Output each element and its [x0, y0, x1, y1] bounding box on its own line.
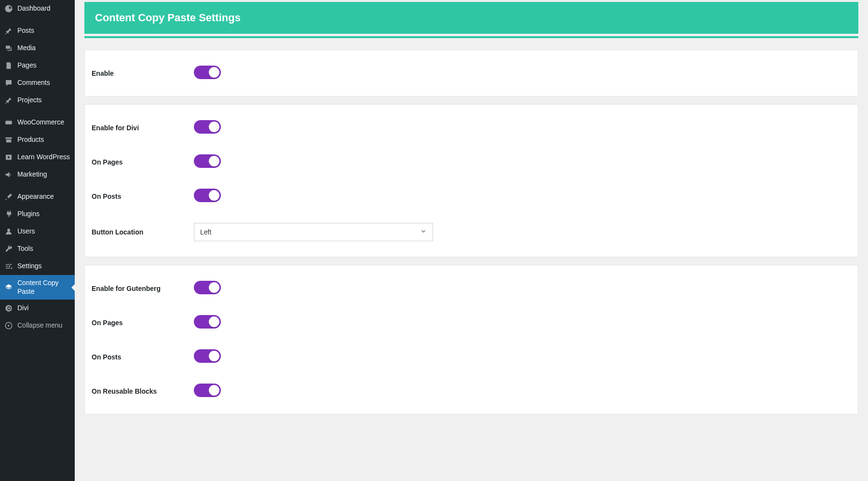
- sidebar-item-label: Tools: [17, 245, 33, 253]
- brush-icon: [4, 192, 14, 202]
- setting-label: Enable: [92, 69, 194, 77]
- sidebar-item-posts[interactable]: Posts: [0, 22, 75, 40]
- sidebar-item-label: Users: [17, 227, 35, 236]
- chevron-down-icon: [420, 228, 427, 236]
- setting-label: On Posts: [92, 353, 194, 361]
- toggle-gutenberg-reusable[interactable]: [194, 384, 221, 397]
- select-value: Left: [200, 228, 211, 236]
- header-accent: [84, 36, 858, 38]
- sidebar-item-label: Appearance: [17, 192, 54, 201]
- sidebar-item-users[interactable]: Users: [0, 223, 75, 240]
- sidebar-item-media[interactable]: Media: [0, 40, 75, 57]
- sidebar-item-woocommerce[interactable]: WooCommerce: [0, 114, 75, 131]
- sidebar-item-settings[interactable]: Settings: [0, 258, 75, 275]
- sidebar-item-appearance[interactable]: Appearance: [0, 188, 75, 206]
- sidebar-item-plugins[interactable]: Plugins: [0, 206, 75, 223]
- setting-label: On Posts: [92, 192, 194, 200]
- setting-label: Enable for Divi: [92, 124, 194, 132]
- sidebar-item-label: Settings: [17, 262, 42, 271]
- setting-label: Button Location: [92, 228, 194, 236]
- sidebar-item-label: Divi: [17, 304, 28, 313]
- svg-rect-0: [5, 121, 12, 124]
- sidebar-item-label: Projects: [17, 96, 42, 105]
- sidebar-item-comments[interactable]: Comments: [0, 74, 75, 92]
- row-divi-pages: On Pages: [85, 145, 858, 179]
- megaphone-icon: [4, 170, 14, 179]
- setting-label: On Pages: [92, 319, 194, 327]
- sidebar-item-pages[interactable]: Pages: [0, 57, 75, 74]
- toggle-gutenberg-posts[interactable]: [194, 349, 221, 363]
- row-gutenberg-posts: On Posts: [85, 340, 858, 374]
- main-content: Content Copy Paste Settings Enable Enabl…: [75, 0, 868, 481]
- page-header: Content Copy Paste Settings: [84, 2, 858, 34]
- setting-label: On Pages: [92, 158, 194, 166]
- toggle-divi-posts[interactable]: [194, 189, 221, 202]
- wrench-icon: [4, 244, 14, 254]
- admin-sidebar: Dashboard Posts Media Pages Comments Pro…: [0, 0, 75, 481]
- panel-divi: Enable for Divi On Pages On Posts Button…: [84, 104, 858, 257]
- archive-icon: [4, 135, 14, 145]
- sidebar-item-products[interactable]: Products: [0, 131, 75, 149]
- sidebar-item-label: Media: [17, 44, 36, 53]
- pin-icon: [4, 26, 14, 36]
- sidebar-item-content-copy-paste[interactable]: Content Copy Paste: [0, 275, 75, 300]
- sidebar-item-collapse[interactable]: Collapse menu: [0, 317, 75, 334]
- sidebar-item-label: WooCommerce: [17, 118, 64, 127]
- setting-label: On Reusable Blocks: [92, 387, 194, 395]
- sidebar-item-label: Learn WordPress: [17, 153, 70, 162]
- row-enable-divi: Enable for Divi: [85, 110, 858, 145]
- sidebar-item-divi[interactable]: Divi: [0, 300, 75, 317]
- sidebar-item-label: Dashboard: [17, 4, 51, 13]
- toggle-enable-divi[interactable]: [194, 120, 221, 134]
- sidebar-item-label: Comments: [17, 79, 50, 87]
- video-icon: [4, 152, 14, 162]
- row-enable-gutenberg: Enable for Gutenberg: [85, 271, 858, 305]
- sidebar-item-projects[interactable]: Projects: [0, 92, 75, 109]
- row-button-location: Button Location Left: [85, 213, 858, 251]
- toggle-enable[interactable]: [194, 66, 221, 79]
- sidebar-item-label: Products: [17, 136, 44, 144]
- sidebar-item-tools[interactable]: Tools: [0, 240, 75, 258]
- collapse-icon: [4, 321, 14, 330]
- row-enable: Enable: [85, 56, 858, 90]
- sidebar-item-dashboard[interactable]: Dashboard: [0, 0, 75, 17]
- sidebar-item-learn-wordpress[interactable]: Learn WordPress: [0, 149, 75, 166]
- sidebar-item-marketing[interactable]: Marketing: [0, 166, 75, 183]
- select-button-location[interactable]: Left: [194, 223, 433, 241]
- sidebar-item-label: Posts: [17, 27, 34, 35]
- row-divi-posts: On Posts: [85, 179, 858, 213]
- row-gutenberg-reusable: On Reusable Blocks: [85, 374, 858, 408]
- toggle-divi-pages[interactable]: [194, 154, 221, 168]
- sidebar-item-label: Collapse menu: [17, 321, 62, 330]
- sidebar-item-label: Marketing: [17, 170, 47, 179]
- divi-icon: [4, 303, 14, 313]
- comment-icon: [4, 78, 14, 88]
- setting-label: Enable for Gutenberg: [92, 285, 194, 292]
- layers-icon: [4, 283, 14, 292]
- plug-icon: [4, 209, 14, 219]
- media-icon: [4, 43, 14, 53]
- sidebar-item-label: Plugins: [17, 210, 40, 219]
- dashboard-icon: [4, 4, 14, 14]
- sidebar-item-label: Content Copy Paste: [17, 279, 71, 296]
- user-icon: [4, 227, 14, 236]
- woo-icon: [4, 118, 14, 127]
- sliders-icon: [4, 261, 14, 271]
- panel-general: Enable: [84, 50, 858, 96]
- panel-gutenberg: Enable for Gutenberg On Pages On Posts O…: [84, 265, 858, 414]
- toggle-enable-gutenberg[interactable]: [194, 281, 221, 294]
- pin-icon: [4, 96, 14, 105]
- svg-point-1: [5, 305, 12, 312]
- page-title: Content Copy Paste Settings: [95, 12, 848, 24]
- sidebar-item-label: Pages: [17, 61, 37, 70]
- page-icon: [4, 61, 14, 70]
- toggle-gutenberg-pages[interactable]: [194, 315, 221, 329]
- row-gutenberg-pages: On Pages: [85, 305, 858, 340]
